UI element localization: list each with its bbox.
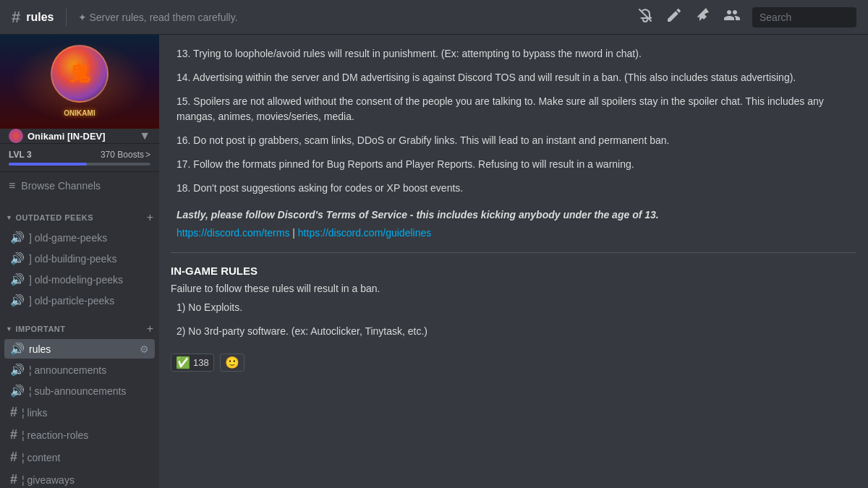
edit-icon[interactable] (665, 7, 683, 27)
rule-15-text: 15. Spoilers are not allowed without the… (171, 94, 856, 124)
rule-16-text: 16. Do not post ip grabbers, scam links,… (171, 133, 856, 148)
channel-name: rules (26, 11, 54, 24)
level-bar-area: LVL 3 370 Boosts (0, 144, 159, 172)
ingame-header: IN-GAME RULES (171, 265, 856, 277)
channel-sub-announcements[interactable]: 🔊 ¦ sub-announcements (4, 381, 155, 401)
rule-14: 14. Advertising within the server and DM… (171, 70, 856, 85)
mute-notifications-icon[interactable] (637, 7, 654, 27)
category-label-important: ▼ IMPORTANT (6, 325, 66, 333)
channel-name-old-building-peeks: ] old-building-peeks (29, 253, 149, 265)
server-banner: 鬼 ONIKAMI (0, 35, 159, 129)
channel-name-giveaways: ¦ giveaways (22, 474, 149, 486)
server-banner-bg: 鬼 ONIKAMI (0, 35, 159, 129)
main-layout: 鬼 ONIKAMI Onikami [IN-DEV] ▼ LVL 3 370 B… (0, 35, 868, 488)
text-channel-icon-sub: 🔊 (10, 384, 25, 398)
server-header[interactable]: Onikami [IN-DEV] ▼ (0, 129, 159, 144)
server-name-container: Onikami [IN-DEV] (9, 129, 106, 143)
rule-13-text: 13. Trying to loophole/avoid rules will … (171, 46, 856, 61)
hash-channel-icon-reaction: # (10, 427, 17, 442)
browse-channels-icon: ≡ (9, 179, 15, 192)
reaction-checkmark[interactable]: ✅ 138 (171, 354, 214, 372)
channel-reaction-roles[interactable]: # ¦ reaction-roles (4, 424, 155, 445)
channel-name-rules: rules (29, 343, 135, 355)
category-important[interactable]: ▼ IMPORTANT + (0, 311, 159, 338)
channel-old-building-peeks[interactable]: 🔊 ] old-building-peeks (4, 249, 155, 268)
channel-settings-rules[interactable]: ⚙ (140, 343, 149, 355)
channel-name-old-particle-peeks: ] old-particle-peeks (29, 295, 149, 307)
messages-container: 13. Trying to loophole/avoid rules will … (159, 35, 868, 488)
channel-hash-icon: # (12, 8, 20, 27)
channel-name-old-modeling-peeks: ] old-modeling-peeks (29, 274, 149, 286)
voice-channel-icon-4: 🔊 (10, 294, 25, 307)
rule-17: 17. Follow the formats pinned for Bug Re… (171, 157, 856, 172)
category-add-outdated[interactable]: + (147, 211, 153, 224)
channel-rules[interactable]: 🔊 rules ⚙ (4, 339, 155, 359)
channel-name-sub-announcements: ¦ sub-announcements (29, 385, 149, 397)
channel-old-modeling-peeks[interactable]: 🔊 ] old-modeling-peeks (4, 270, 155, 289)
text-channel-icon-rules: 🔊 (10, 342, 25, 356)
channel-links[interactable]: # ¦ links (4, 402, 155, 423)
channel-name-content: ¦ content (22, 452, 149, 463)
category-chevron-outdated: ▼ (6, 214, 12, 221)
server-logo-text: ONIKAMI (64, 109, 95, 117)
pinned-messages-icon[interactable] (694, 7, 712, 27)
rule-16: 16. Do not post ip grabbers, scam links,… (171, 133, 856, 148)
ingame-rule-2: 2) No 3rd-party software. (ex: Autoclick… (171, 324, 856, 339)
reaction-count: 138 (193, 357, 209, 368)
rule-17-text: 17. Follow the formats pinned for Bug Re… (171, 157, 856, 172)
search-label: Search (760, 12, 791, 23)
tos-link2[interactable]: https://discord.com/guidelines (298, 227, 431, 239)
rule-14-text: 14. Advertising within the server and DM… (171, 70, 856, 85)
add-reaction-button[interactable]: 🙂 (220, 354, 244, 372)
voice-channel-icon-2: 🔊 (10, 252, 25, 265)
category-outdated-peeks[interactable]: ▼ OUTDATED PEEKS + (0, 200, 159, 227)
category-add-important[interactable]: + (147, 322, 153, 335)
rule-15: 15. Spoilers are not allowed without the… (171, 94, 856, 124)
hash-channel-icon-giveaways: # (10, 472, 17, 487)
channel-giveaways[interactable]: # ¦ giveaways (4, 469, 155, 488)
tos-links: https://discord.com/terms | https://disc… (171, 226, 856, 241)
browse-channels-button[interactable]: ≡ Browse Channels (0, 172, 159, 200)
rule-18-text: 18. Don't post suggestions asking for co… (171, 181, 856, 196)
level-bar-header: LVL 3 370 Boosts (9, 150, 150, 160)
member-list-icon[interactable] (723, 7, 741, 27)
content-area: 13. Trying to loophole/avoid rules will … (159, 35, 868, 488)
top-bar: # rules ✦ Server rules, read them carefu… (0, 0, 868, 35)
progress-fill (9, 163, 87, 166)
browse-channels-label: Browse Channels (21, 180, 101, 192)
ingame-desc: Failure to follow these rules will resul… (171, 283, 856, 294)
category-chevron-important: ▼ (6, 325, 12, 333)
rule-13: 13. Trying to loophole/avoid rules will … (171, 46, 856, 61)
channel-name-reaction-roles: ¦ reaction-roles (22, 429, 149, 441)
server-avatar (9, 129, 23, 143)
channel-old-particle-peeks[interactable]: 🔊 ] old-particle-peeks (4, 291, 155, 310)
channel-name-old-game-peeks: ] old-game-peeks (29, 232, 149, 244)
voice-channel-icon-3: 🔊 (10, 273, 25, 286)
checkmark-emoji: ✅ (176, 356, 190, 369)
channel-old-game-peeks[interactable]: 🔊 ] old-game-peeks (4, 228, 155, 247)
tos-link1[interactable]: https://discord.com/terms (176, 227, 289, 239)
sidebar: 鬼 ONIKAMI Onikami [IN-DEV] ▼ LVL 3 370 B… (0, 35, 159, 488)
smiley-icon: 🙂 (225, 356, 239, 369)
channel-content[interactable]: # ¦ content (4, 447, 155, 468)
channel-description: ✦ Server rules, read them carefully. (78, 12, 238, 23)
category-label-outdated: ▼ OUTDATED PEEKS (6, 213, 93, 222)
ingame-rule-2-text: 2) No 3rd-party software. (ex: Autoclick… (171, 324, 856, 339)
search-box[interactable]: Search (752, 7, 856, 27)
tos-note: Lastly, please follow Discord's Terms of… (171, 207, 856, 241)
topbar-divider (66, 9, 67, 26)
ingame-rule-1-text: 1) No Exploits. (171, 300, 856, 315)
channel-announcements[interactable]: 🔊 ¦ announcements (4, 360, 155, 380)
server-name-text: Onikami [IN-DEV] (27, 131, 106, 142)
server-chevron-icon: ▼ (139, 129, 150, 142)
tos-bold-text: Lastly, please follow Discord's Terms of… (171, 207, 856, 223)
ingame-rule-1: 1) No Exploits. (171, 300, 856, 315)
voice-channel-icon: 🔊 (10, 231, 25, 244)
level-text: LVL 3 (9, 150, 32, 160)
progress-bar (9, 163, 150, 166)
hash-channel-icon-links: # (10, 405, 17, 420)
topbar-actions: Search (637, 7, 856, 27)
boosts-text[interactable]: 370 Boosts (101, 150, 150, 160)
channel-name-links: ¦ links (22, 407, 149, 419)
channel-name-announcements: ¦ announcements (29, 364, 149, 376)
